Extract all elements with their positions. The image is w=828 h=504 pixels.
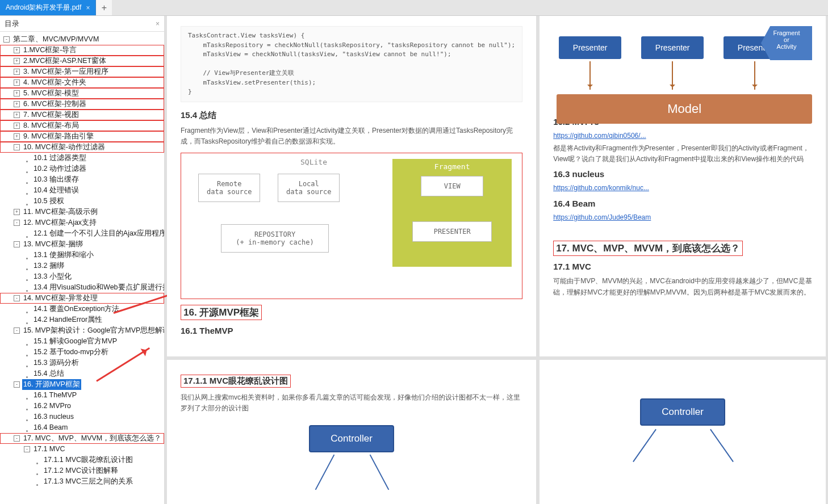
sidebar-title: 目录 × bbox=[0, 16, 164, 32]
outline-item[interactable]: 12.1 创建一个不引人注目的Ajax应用程序 bbox=[0, 228, 164, 239]
outline-item[interactable]: 10.5 授权 bbox=[0, 196, 164, 207]
outline-item[interactable]: 14.2 HandleError属性 bbox=[0, 314, 164, 325]
heading-16-3: 16.3 nucleus bbox=[553, 169, 812, 179]
outline-item[interactable]: 17.1.3 MVC三层之间的关系 bbox=[0, 476, 164, 487]
paragraph: 可能由于MVP、MVVM的兴起，MVC在android中的应用变得越来越少了，但… bbox=[553, 276, 812, 297]
paragraph: Fragment作为View层，View和Presenter通过Activity… bbox=[181, 125, 522, 147]
mvp-diagram: Presenter Presenter Presenter Fragment o… bbox=[553, 26, 812, 111]
document-viewport[interactable]: TasksContract.View tasksView) { mTasksRe… bbox=[165, 16, 828, 504]
outline-item[interactable]: -14. MVC框架-异常处理 bbox=[0, 293, 164, 304]
outline-item[interactable]: 13.2 捆绑 bbox=[0, 261, 164, 271]
outline-item[interactable]: 15.4 总结 bbox=[0, 368, 164, 379]
collapse-icon[interactable]: - bbox=[14, 435, 20, 442]
outline-label: 15.3 源码分析 bbox=[32, 358, 80, 368]
controller-box: Controller bbox=[640, 398, 725, 426]
close-icon[interactable]: × bbox=[86, 4, 90, 12]
outline-item[interactable]: 15.1 解读Google官方MVP bbox=[0, 336, 164, 347]
box-view: VIEW bbox=[421, 176, 483, 196]
outline-label: 16.4 Beam bbox=[32, 422, 69, 433]
collapse-icon[interactable]: - bbox=[14, 241, 20, 247]
outline-item[interactable]: -10. MVC框架-动作过滤器 bbox=[0, 142, 164, 153]
fragment-group: Fragment VIEW PRESENTER bbox=[392, 159, 512, 267]
file-tab[interactable]: Android架构开发手册.pdf × bbox=[0, 0, 96, 15]
outline-item[interactable]: -13. MVC框架-捆绑 bbox=[0, 239, 164, 250]
outline-item[interactable]: +2.MVC框架-ASP.NET窗体 bbox=[0, 56, 164, 66]
outline-item[interactable]: 10.2 动作过滤器 bbox=[0, 163, 164, 174]
outline-item[interactable]: 13.3 小型化 bbox=[0, 271, 164, 282]
expand-icon[interactable]: + bbox=[14, 133, 20, 140]
expand-icon[interactable]: + bbox=[14, 47, 20, 53]
box-repository: REPOSITORY (+ in-memory cache) bbox=[221, 224, 329, 253]
heading-16-text: 16. 开源MVP框架 bbox=[181, 305, 262, 320]
close-icon[interactable]: × bbox=[156, 20, 160, 28]
new-tab-button[interactable]: + bbox=[96, 0, 112, 15]
outline-item[interactable]: 17.1.2 MVC设计图解释 bbox=[0, 465, 164, 476]
outline-item[interactable]: 13.4 用VisualStudio和Web要点扩展进行捆 bbox=[0, 282, 164, 293]
outline-item[interactable]: -15. MVP架构设计：Google官方MVP思想解读 bbox=[0, 325, 164, 336]
heading-17-1-1: 17.1.1 MVC眼花缭乱设计图 bbox=[181, 375, 522, 388]
outline-item[interactable]: +5. MVC框架-模型 bbox=[0, 88, 164, 99]
outline-label: 13.4 用VisualStudio和Web要点扩展进行捆 bbox=[32, 282, 164, 293]
outline-label: 15.1 解读Google官方MVP bbox=[32, 336, 118, 347]
expand-icon[interactable]: + bbox=[14, 90, 20, 96]
label-sqlite: SQLite bbox=[300, 158, 327, 166]
architecture-diagram: SQLite Fragment VIEW PRESENTER Remote da… bbox=[181, 153, 522, 299]
outline-item[interactable]: +11. MVC框架-高级示例 bbox=[0, 207, 164, 217]
link-mvpro[interactable]: https://github.com/qibin0506/... bbox=[553, 132, 646, 140]
heading-17-1: 17.1 MVC bbox=[553, 262, 812, 271]
outline-item[interactable]: +9. MVC框架-路由引擎 bbox=[0, 131, 164, 142]
outline-item[interactable]: -12. MVC框架-Ajax支持 bbox=[0, 217, 164, 228]
outline-item[interactable]: +7. MVC框架-视图 bbox=[0, 110, 164, 120]
outline-item[interactable]: 16.1 TheMVP bbox=[0, 390, 164, 401]
collapse-icon[interactable]: - bbox=[14, 327, 20, 334]
outline-item[interactable]: 17.1.1 MVC眼花缭乱设计图 bbox=[0, 455, 164, 465]
collapse-icon[interactable]: - bbox=[3, 36, 10, 43]
outline-item[interactable]: -17. MVC、MVP、MVVM，到底该怎么选？ bbox=[0, 433, 164, 444]
outline-label: 10.5 授权 bbox=[32, 196, 65, 207]
outline-item[interactable]: 13.1 使捆绑和缩小 bbox=[0, 250, 164, 261]
outline-sidebar: 目录 × -第二章、MVC/MVP/MVVM+1.MVC框架-导言+2.MVC框… bbox=[0, 16, 165, 504]
link-beam[interactable]: https://github.com/Jude95/Beam bbox=[553, 213, 651, 221]
pdf-page: Controller bbox=[540, 360, 826, 504]
collapse-icon[interactable]: - bbox=[14, 144, 20, 150]
collapse-icon[interactable]: - bbox=[24, 446, 30, 452]
expand-icon[interactable]: + bbox=[14, 112, 20, 118]
outline-item[interactable]: 16.4 Beam bbox=[0, 422, 164, 433]
outline-label: 15.4 总结 bbox=[32, 368, 65, 379]
collapse-icon[interactable]: - bbox=[14, 295, 20, 301]
outline-label: 17.1.2 MVC设计图解释 bbox=[43, 465, 119, 476]
outline-item[interactable]: 10.3 输出缓存 bbox=[0, 174, 164, 185]
outline-item[interactable]: -16. 开源MVP框架 bbox=[0, 379, 164, 390]
outline-item[interactable]: +8. MVC框架-布局 bbox=[0, 120, 164, 131]
outline-label: 第二章、MVC/MVP/MVVM bbox=[12, 34, 100, 45]
heading-15-4: 15.4 总结 bbox=[181, 110, 522, 121]
expand-icon[interactable]: + bbox=[14, 79, 20, 86]
expand-icon[interactable]: + bbox=[14, 101, 20, 107]
link-nucleus[interactable]: https://github.com/konmik/nuc... bbox=[553, 184, 649, 192]
outline-item[interactable]: +1.MVC框架-导言 bbox=[0, 45, 164, 56]
outline-item[interactable]: -17.1 MVC bbox=[0, 444, 164, 455]
outline-label: 16.3 nucleus bbox=[32, 411, 75, 422]
outline-item[interactable]: 16.3 nucleus bbox=[0, 411, 164, 422]
outline-item[interactable]: +6. MVC框架-控制器 bbox=[0, 99, 164, 110]
outline-label: 10.3 输出缓存 bbox=[32, 174, 80, 185]
outline-item[interactable]: 16.2 MVPro bbox=[0, 401, 164, 411]
collapse-icon[interactable]: - bbox=[14, 381, 20, 388]
outline-item[interactable]: 10.1 过滤器类型 bbox=[0, 153, 164, 163]
outline-label: 14.2 HandleError属性 bbox=[32, 314, 103, 325]
outline-item[interactable]: +3. MVC框架-第一应用程序 bbox=[0, 66, 164, 77]
outline-item[interactable]: 15.2 基于todo-mvp分析 bbox=[0, 347, 164, 358]
expand-icon[interactable]: + bbox=[14, 209, 20, 215]
outline-tree[interactable]: -第二章、MVC/MVP/MVVM+1.MVC框架-导言+2.MVC框架-ASP… bbox=[0, 32, 164, 504]
diagram-lines bbox=[553, 426, 812, 460]
expand-icon[interactable]: + bbox=[14, 123, 20, 129]
outline-item[interactable]: 10.4 处理错误 bbox=[0, 185, 164, 196]
outline-label: 17.1.1 MVC眼花缭乱设计图 bbox=[43, 455, 134, 465]
expand-icon[interactable]: + bbox=[14, 58, 20, 64]
code-block: TasksContract.View tasksView) { mTasksRe… bbox=[181, 26, 522, 102]
outline-item[interactable]: 15.3 源码分析 bbox=[0, 358, 164, 368]
outline-item[interactable]: +4. MVC框架-文件夹 bbox=[0, 77, 164, 88]
outline-item[interactable]: -第二章、MVC/MVP/MVVM bbox=[0, 34, 164, 45]
collapse-icon[interactable]: - bbox=[14, 220, 20, 226]
expand-icon[interactable]: + bbox=[14, 69, 20, 75]
